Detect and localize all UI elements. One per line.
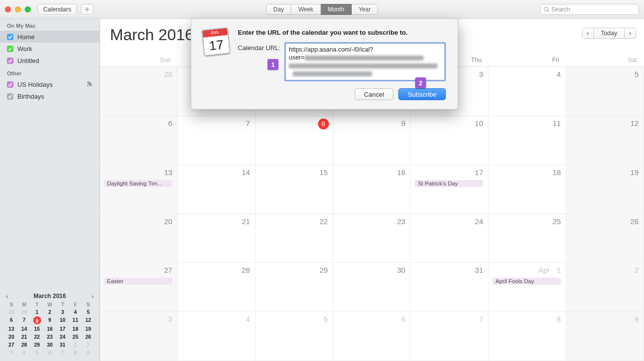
day-cell[interactable]: 3	[100, 312, 178, 361]
calendars-toggle-button[interactable]: Calendars	[38, 4, 77, 15]
day-cell[interactable]: 29	[256, 263, 333, 312]
day-cell[interactable]: 23	[333, 214, 411, 263]
day-cell[interactable]: 6	[100, 116, 178, 165]
day-cell[interactable]: 4	[178, 312, 256, 361]
day-cell[interactable]: 10	[411, 116, 488, 165]
day-cell[interactable]: 14	[178, 165, 256, 214]
mini-day[interactable]: 8	[33, 316, 41, 324]
minimize-window-button[interactable]	[15, 6, 21, 12]
mini-day[interactable]: 1	[31, 308, 44, 315]
mini-day[interactable]: 8	[69, 349, 82, 356]
day-cell[interactable]: 4	[488, 67, 566, 116]
cancel-button[interactable]: Cancel	[355, 88, 393, 100]
mini-day[interactable]: 29	[31, 341, 44, 348]
mini-day[interactable]: 17	[56, 325, 69, 332]
calendar-checkbox[interactable]	[7, 46, 13, 52]
day-cell[interactable]: 5	[566, 67, 644, 116]
mini-day[interactable]: 22	[31, 333, 44, 340]
day-cell[interactable]: 27Easter	[100, 263, 178, 312]
mini-day[interactable]: 3	[56, 308, 69, 315]
mini-next-button[interactable]: ›	[92, 293, 94, 300]
view-day-button[interactable]: Day	[266, 4, 291, 15]
day-cell[interactable]: 16	[333, 165, 411, 214]
all-day-event[interactable]: St Patrick's Day	[415, 180, 483, 187]
day-cell[interactable]: 30	[333, 263, 411, 312]
day-cell[interactable]: 12	[566, 116, 644, 165]
day-cell[interactable]: 2	[566, 263, 644, 312]
mini-day[interactable]: 4	[18, 349, 31, 356]
day-cell[interactable]: 13Daylight Saving Tim…	[100, 165, 178, 214]
day-cell[interactable]: 11	[488, 116, 566, 165]
prev-month-button[interactable]: ‹	[582, 28, 594, 39]
calendar-checkbox[interactable]	[7, 93, 13, 100]
next-month-button[interactable]: ›	[624, 28, 636, 39]
day-cell[interactable]: 1AprApril Fools Day	[488, 263, 566, 312]
mini-day[interactable]: 9	[82, 349, 95, 356]
day-cell[interactable]: 24	[411, 214, 488, 263]
mini-day[interactable]: 7	[56, 349, 69, 356]
mini-day[interactable]: 19	[82, 325, 95, 332]
day-cell[interactable]: 9	[333, 116, 411, 165]
day-cell[interactable]: 31	[411, 263, 488, 312]
mini-day[interactable]: 10	[56, 316, 69, 324]
view-year-button[interactable]: Year	[352, 4, 378, 15]
mini-day[interactable]: 11	[69, 316, 82, 324]
close-window-button[interactable]	[5, 6, 11, 12]
day-cell[interactable]: 9	[566, 312, 644, 361]
mini-day[interactable]: 5	[82, 308, 95, 315]
mini-day[interactable]: 21	[18, 333, 31, 340]
mini-day[interactable]: 27	[5, 341, 18, 348]
add-calendar-button[interactable]: +	[81, 4, 94, 15]
mini-day[interactable]: 3	[5, 349, 18, 356]
day-cell[interactable]: 7	[411, 312, 488, 361]
mini-day[interactable]: 1	[69, 341, 82, 348]
mini-day[interactable]: 12	[82, 316, 95, 324]
mini-day[interactable]: 4	[69, 308, 82, 315]
day-cell[interactable]: 28	[178, 263, 256, 312]
day-cell[interactable]: 18	[488, 165, 566, 214]
mini-day[interactable]: 28	[5, 308, 18, 315]
day-cell[interactable]: 22	[256, 214, 333, 263]
mini-day[interactable]: 2	[44, 308, 56, 315]
mini-day[interactable]: 5	[31, 349, 44, 356]
mini-prev-button[interactable]: ‹	[6, 293, 8, 300]
day-cell[interactable]: 7	[178, 116, 256, 165]
calendar-list-item[interactable]: Birthdays	[0, 90, 100, 102]
mini-day[interactable]: 16	[44, 325, 56, 332]
all-day-event[interactable]: April Fools Day	[492, 278, 561, 285]
search-input[interactable]: Search	[540, 4, 639, 15]
calendar-checkbox[interactable]	[7, 58, 13, 64]
day-cell[interactable]: 26	[566, 214, 644, 263]
subscribe-button[interactable]: Subscribe	[398, 88, 446, 100]
mini-day[interactable]: 31	[56, 341, 69, 348]
view-week-button[interactable]: Week	[291, 4, 321, 15]
mini-day[interactable]: 6	[5, 316, 18, 324]
today-button[interactable]: Today	[594, 28, 624, 39]
day-cell[interactable]: 25	[488, 214, 566, 263]
calendar-list-item[interactable]: Untitled	[0, 55, 100, 66]
mini-day[interactable]: 14	[18, 325, 31, 332]
calendar-checkbox[interactable]	[7, 34, 13, 40]
calendar-checkbox[interactable]	[7, 81, 13, 88]
mini-day[interactable]: 28	[18, 341, 31, 348]
calendar-list-item[interactable]: Work	[0, 43, 100, 55]
zoom-window-button[interactable]	[25, 6, 31, 12]
mini-day[interactable]: 26	[82, 333, 95, 340]
mini-day[interactable]: 6	[44, 349, 56, 356]
mini-day[interactable]: 9	[44, 316, 56, 324]
view-month-button[interactable]: Month	[321, 4, 352, 15]
mini-day[interactable]: 13	[5, 325, 18, 332]
day-cell[interactable]: 21	[178, 214, 256, 263]
day-cell[interactable]: 20	[100, 214, 178, 263]
day-cell[interactable]: 8	[488, 312, 566, 361]
mini-day[interactable]: 18	[69, 325, 82, 332]
mini-day[interactable]: 2	[82, 341, 95, 348]
day-cell[interactable]: 19	[566, 165, 644, 214]
mini-day[interactable]: 25	[69, 333, 82, 340]
mini-day[interactable]: 20	[5, 333, 18, 340]
day-cell[interactable]: 28	[100, 67, 178, 116]
day-cell[interactable]: 15	[256, 165, 333, 214]
day-cell[interactable]: 5	[256, 312, 333, 361]
calendar-list-item[interactable]: Home	[0, 31, 100, 43]
mini-day[interactable]: 30	[44, 341, 56, 348]
